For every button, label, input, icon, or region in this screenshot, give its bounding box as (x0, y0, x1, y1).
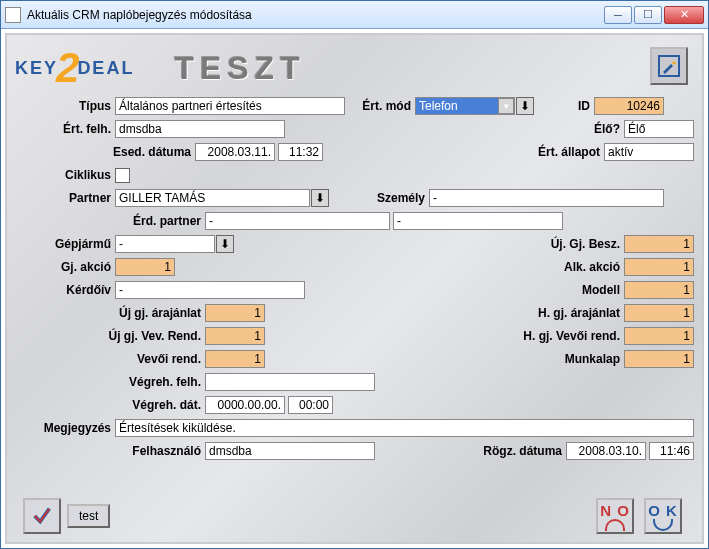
test-button[interactable]: test (67, 504, 110, 528)
field-modell[interactable]: 1 (624, 281, 694, 299)
field-vevoi-rend[interactable]: 1 (205, 350, 265, 368)
ok-label: O K (648, 502, 678, 519)
label-alk-akcio: Alk. akció (514, 260, 624, 274)
maximize-button[interactable]: ☐ (634, 6, 662, 24)
field-rogz-date: 2008.03.10. (566, 442, 646, 460)
field-vegreh-time[interactable]: 00:00 (288, 396, 333, 414)
label-esed-datuma: Esed. dátuma (15, 145, 195, 159)
label-id: ID (534, 99, 594, 113)
field-munkalap[interactable]: 1 (624, 350, 694, 368)
field-gepjarmu[interactable]: - (115, 235, 215, 253)
logo: KEY 2 DEAL (15, 51, 134, 85)
label-megjegyzes: Megjegyzés (15, 421, 115, 435)
label-ert-felh: Ért. felh. (15, 122, 115, 136)
label-ert-allapot: Ért. állapot (524, 145, 604, 159)
label-munkalap: Munkalap (514, 352, 624, 366)
label-h-gj-vevoi-rend: H. gj. Vevői rend. (514, 329, 624, 343)
field-alk-akcio[interactable]: 1 (624, 258, 694, 276)
label-szemely: Személy (329, 191, 429, 205)
field-ert-allapot[interactable]: aktív (604, 143, 694, 161)
gepjarmu-picker-button[interactable]: ⬇ (216, 235, 234, 253)
validate-button[interactable] (23, 498, 61, 534)
field-szemely[interactable]: - (429, 189, 664, 207)
field-felhasznalo[interactable]: dmsdba (205, 442, 375, 460)
field-uj-gj-arajanlat[interactable]: 1 (205, 304, 265, 322)
ert-mod-picker-button[interactable]: ⬇ (516, 97, 534, 115)
label-vegreh-dat: Végreh. dát. (15, 398, 205, 412)
field-ert-mod[interactable]: Telefon ▾ (415, 97, 515, 115)
field-erd-partner2[interactable]: - (393, 212, 563, 230)
label-gepjarmu: Gépjármű (15, 237, 115, 251)
logo-number: 2 (56, 51, 79, 85)
field-elo[interactable]: Élő (624, 120, 694, 138)
system-icon[interactable] (5, 7, 21, 23)
field-erd-partner1[interactable]: - (205, 212, 390, 230)
label-h-gj-arajanlat: H. gj. árajánlat (514, 306, 624, 320)
label-erd-partner: Érd. partner (15, 214, 205, 228)
app-window: Aktuális CRM naplóbejegyzés módosítása ─… (0, 0, 709, 549)
field-kerdoiv[interactable]: - (115, 281, 305, 299)
no-button[interactable]: N O (596, 498, 634, 534)
check-icon (31, 505, 53, 527)
titlebar: Aktuális CRM naplóbejegyzés módosítása ─… (1, 1, 708, 29)
label-rogz-datuma: Rögz. dátuma (476, 444, 566, 458)
field-gj-akcio[interactable]: 1 (115, 258, 175, 276)
pencil-icon (657, 54, 681, 78)
label-kerdoiv: Kérdőív (15, 283, 115, 297)
form: Típus Általános partneri értesítés Ért. … (15, 95, 694, 492)
logo-right: DEAL (77, 58, 134, 79)
window-title: Aktuális CRM naplóbejegyzés módosítása (27, 8, 604, 22)
edit-icon-button[interactable] (650, 47, 688, 85)
label-gj-akcio: Gj. akció (15, 260, 115, 274)
label-vegreh-felh: Végreh. felh. (15, 375, 205, 389)
label-elo: Élő? (584, 122, 624, 136)
field-rogz-time: 11:46 (649, 442, 694, 460)
field-uj-gj-vev-rend[interactable]: 1 (205, 327, 265, 345)
label-partner: Partner (15, 191, 115, 205)
field-uj-gj-besz[interactable]: 1 (624, 235, 694, 253)
field-esed-time[interactable]: 11:32 (278, 143, 323, 161)
logo-left: KEY (15, 58, 58, 79)
field-h-gj-arajanlat[interactable]: 1 (624, 304, 694, 322)
ok-button[interactable]: O K (644, 498, 682, 534)
content-area: KEY 2 DEAL TESZT Típus Általános partner… (5, 33, 704, 544)
close-button[interactable]: ✕ (664, 6, 704, 24)
minimize-button[interactable]: ─ (604, 6, 632, 24)
header: KEY 2 DEAL TESZT (15, 41, 694, 95)
smile-icon (653, 519, 673, 531)
field-ert-felh[interactable]: dmsdba (115, 120, 285, 138)
label-felhasznalo: Felhasználó (15, 444, 205, 458)
field-ert-mod-value: Telefon (419, 99, 458, 113)
field-partner[interactable]: GILLER TAMÁS (115, 189, 310, 207)
field-tipus[interactable]: Általános partneri értesítés (115, 97, 345, 115)
field-id: 10246 (594, 97, 664, 115)
label-modell: Modell (514, 283, 624, 297)
label-uj-gj-vev-rend: Új gj. Vev. Rend. (15, 329, 205, 343)
partner-picker-button[interactable]: ⬇ (311, 189, 329, 207)
label-uj-gj-arajanlat: Új gj. árajánlat (15, 306, 205, 320)
field-esed-date[interactable]: 2008.03.11. (195, 143, 275, 161)
label-ert-mod: Ért. mód (345, 99, 415, 113)
label-ciklikus: Ciklikus (15, 168, 115, 182)
no-label: N O (600, 502, 630, 519)
dropdown-icon[interactable]: ▾ (498, 98, 514, 114)
label-uj-gj-besz: Új. Gj. Besz. (514, 237, 624, 251)
label-tipus: Típus (15, 99, 115, 113)
field-vegreh-date[interactable]: 0000.00.00. (205, 396, 285, 414)
button-bar: test N O O K (15, 492, 694, 536)
label-vevoi-rend: Vevői rend. (15, 352, 205, 366)
field-megjegyzes[interactable]: Értesítések kiküldése. (115, 419, 694, 437)
banner-text: TESZT (174, 50, 305, 87)
field-h-gj-vevoi-rend[interactable]: 1 (624, 327, 694, 345)
checkbox-ciklikus[interactable] (115, 168, 130, 183)
frown-icon (605, 519, 625, 531)
field-vegreh-felh[interactable] (205, 373, 375, 391)
